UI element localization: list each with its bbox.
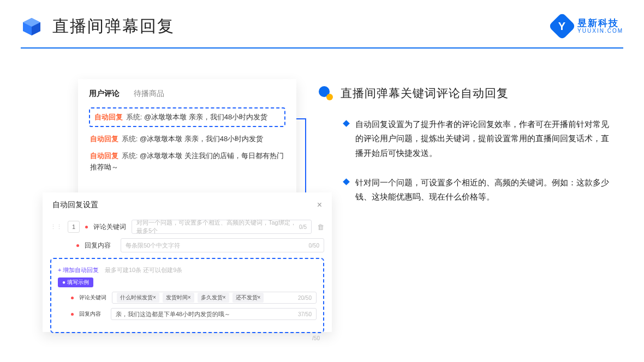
content-label: 回复内容 — [85, 241, 115, 250]
right-pane: 直播间弹幕关键词评论自动回复 自动回复设置为了提升作者的评论回复效率，作者可在开… — [319, 86, 613, 219]
diamond-icon — [343, 120, 350, 127]
tab-pending-goods[interactable]: 待播商品 — [134, 89, 164, 99]
reply-line: 自动回复 系统: @冰墩墩本墩 关注我们的店铺，每日都有热门推荐呦～ — [90, 150, 285, 173]
cube-icon — [21, 16, 43, 38]
trash-icon[interactable]: 🗑 — [317, 223, 324, 231]
comment-tabs: 用户评论 待播商品 — [89, 89, 285, 99]
page-title: 直播间弹幕回复 — [52, 15, 175, 38]
bubble-icon — [319, 86, 333, 100]
example-tag[interactable]: 多久发货× — [198, 293, 229, 303]
settings-title: 自动回复设置 — [52, 200, 98, 210]
required-dot-icon — [71, 313, 74, 316]
diamond-icon — [343, 178, 350, 185]
add-reply-link[interactable]: + 增加自动回复 — [58, 267, 99, 273]
example-box: + 增加自动回复 最多可建10条 还可以创建9条 ● 填写示例 评论关键词 什么… — [50, 258, 324, 333]
brand-en: YUUXIN.COM — [577, 28, 623, 34]
divider — [21, 47, 623, 49]
kw-input[interactable]: 对同一个问题，可设置多个相近、高频的关键词，Tag绑定，最多5个0/5 — [132, 220, 312, 234]
reply-line: 自动回复 系统: @冰墩墩本墩 亲亲，我们48小时内发货 — [90, 134, 285, 145]
screenshot-stack: 用户评论 待播商品 自动回复 系统: @冰墩墩本墩 亲亲，我们48小时内发货 自… — [21, 79, 299, 335]
bullet-item: 自动回复设置为了提升作者的评论回复效率，作者可在开播前针对常见的评论用户问题，提… — [319, 117, 613, 160]
bullet-item: 针对同一个问题，可设置多个相近的、高频的关键词。例如：这款多少钱、这块能优惠吗、… — [319, 176, 613, 204]
header: 直播间弹幕回复 — [0, 0, 644, 47]
example-tag[interactable]: 什么时候发货× — [117, 293, 159, 303]
brand: Y 昱新科技 YUUXIN.COM — [552, 16, 623, 36]
kw-label: 评论关键词 — [93, 222, 126, 232]
order-badge: 1 — [68, 221, 80, 233]
brand-logo-icon: Y — [548, 13, 576, 40]
comments-card: 用户评论 待播商品 自动回复 系统: @冰墩墩本墩 亲亲，我们48小时内发货 自… — [78, 79, 296, 203]
tab-user-comments[interactable]: 用户评论 — [89, 89, 120, 99]
example-content-input[interactable]: 亲，我们这边都是下单48小时内发货的哦～37/50 — [111, 308, 317, 320]
required-dot-icon — [85, 226, 88, 228]
brand-cn: 昱新科技 — [577, 19, 623, 28]
content-input[interactable]: 每条限50个中文字符0/50 — [121, 238, 324, 252]
required-dot-icon — [71, 297, 74, 299]
example-tag[interactable]: 还不发货× — [232, 293, 264, 303]
section-title: 直播间弹幕关键词评论自动回复 — [341, 86, 509, 101]
example-pill: ● 填写示例 — [58, 277, 93, 287]
example-tag[interactable]: 发货时间× — [163, 293, 194, 303]
settings-card: 自动回复设置 × ⋮⋮ 1 评论关键词 对同一个问题，可设置多个相近、高频的关键… — [43, 192, 332, 332]
drag-icon[interactable]: ⋮⋮ — [50, 224, 62, 231]
add-reply-sub: 最多可建10条 还可以创建9条 — [105, 267, 182, 273]
stray-count: /50 — [50, 333, 324, 341]
highlighted-reply: 自动回复 系统: @冰墩墩本墩 亲亲，我们48小时内发货 — [89, 107, 285, 127]
required-dot-icon — [76, 244, 79, 247]
example-kw-input[interactable]: 什么时候发货×发货时间×多久发货×还不发货×20/50 — [112, 292, 317, 304]
